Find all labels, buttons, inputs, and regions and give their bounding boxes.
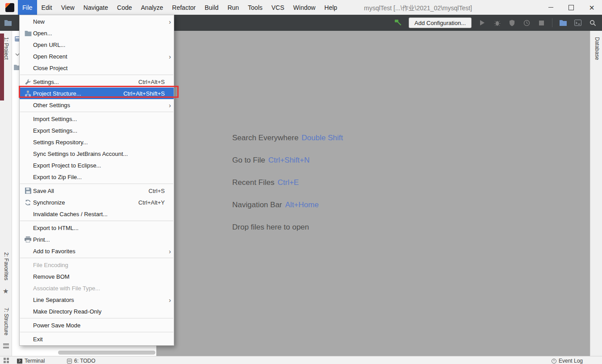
menu-window[interactable]: Window (289, 0, 320, 15)
right-tool-stripe: Database (590, 31, 602, 356)
menu-item-label: Synchronize (33, 199, 65, 206)
menu-item-line-separators[interactable]: Line Separators (20, 294, 174, 305)
editor-empty-area: Search EverywhereDouble Shift Go to File… (156, 31, 590, 356)
menu-item-label: Print... (33, 236, 50, 243)
menu-separator (20, 332, 173, 332)
hint-label: Search Everywhere (232, 134, 298, 142)
add-configuration-button[interactable]: Add Configuration... (409, 17, 472, 28)
close-button[interactable] (581, 0, 602, 15)
menu-vcs[interactable]: VCS (267, 0, 289, 15)
minimize-button[interactable] (540, 0, 561, 15)
menu-item-sync-settings-jetbrains[interactable]: Sync Settings to JetBrains Account... (20, 148, 174, 159)
menu-item-new[interactable]: New (20, 16, 174, 27)
blank-icon (23, 224, 33, 231)
structure-icon (3, 343, 9, 348)
menu-item-other-settings[interactable]: Other Settings (20, 99, 174, 111)
debug-icon[interactable] (493, 19, 501, 27)
coverage-shield-icon[interactable] (508, 19, 516, 27)
menu-item-label: Settings... (33, 79, 59, 85)
menu-item-export-html[interactable]: Export to HTML... (20, 222, 174, 234)
menu-item-remove-bom[interactable]: Remove BOM (20, 271, 174, 282)
menu-item-close-project[interactable]: Close Project (20, 62, 174, 74)
toolwindow-tab-project[interactable]: 1: Project (3, 37, 9, 60)
submenu-arrow-icon (166, 18, 171, 25)
menu-item-import-settings[interactable]: Import Settings... (20, 113, 174, 125)
menu-item-make-directory-read-only[interactable]: Make Directory Read-Only (20, 305, 174, 317)
menu-item-power-save-mode[interactable]: Power Save Mode (20, 319, 174, 331)
menu-item-open-recent[interactable]: Open Recent (20, 50, 174, 62)
menu-separator (20, 184, 173, 184)
menu-separator (20, 258, 173, 258)
event-log-icon (552, 359, 556, 364)
menu-item-export-settings[interactable]: Export Settings... (20, 125, 174, 136)
toolbar-left-group (4, 19, 12, 27)
menu-item-project-structure[interactable]: Project Structure... Ctrl+Alt+Shift+S (20, 88, 174, 99)
menu-separator (20, 318, 173, 318)
toolwindow-tab-database[interactable]: Database (594, 37, 600, 60)
search-icon[interactable] (589, 19, 597, 27)
toolbar-divider (552, 18, 552, 27)
hint-shortcut: Alt+Home (285, 201, 319, 209)
submenu-arrow-icon (166, 102, 171, 109)
menu-item-settings[interactable]: Settings... Ctrl+Alt+S (20, 76, 174, 88)
hint-go-to-file: Go to FileCtrl+Shift+N (232, 156, 343, 165)
toolwindow-tab-favorites[interactable]: 2: Favorites (3, 252, 9, 280)
menu-refactor[interactable]: Refactor (167, 0, 200, 15)
menu-tools[interactable]: Tools (243, 0, 267, 15)
hint-shortcut: Ctrl+E (277, 178, 299, 187)
statusbar-event-log[interactable]: Event Log (552, 358, 583, 364)
run-icon[interactable] (478, 19, 486, 27)
menu-item-label: Export Project to Eclipse... (33, 162, 101, 169)
hammer-icon[interactable] (394, 19, 402, 27)
menu-analyze[interactable]: Analyze (137, 0, 168, 15)
menu-item-save-all[interactable]: Save All Ctrl+S (20, 185, 174, 197)
horizontal-scrollbar-thumb[interactable] (58, 351, 155, 355)
menu-item-add-to-favorites[interactable]: Add to Favorites (20, 245, 174, 257)
open-project-icon[interactable] (559, 19, 567, 27)
menu-item-print[interactable]: Print... (20, 234, 174, 245)
menu-item-label: Open Recent (33, 53, 67, 60)
menu-item-shortcut: Ctrl+Alt+Y (138, 199, 166, 206)
stop-icon[interactable] (537, 19, 545, 27)
menu-item-open[interactable]: Open... (20, 27, 174, 39)
menu-item-invalidate-caches[interactable]: Invalidate Caches / Restart... (20, 208, 174, 220)
project-structure-icon (23, 90, 33, 97)
menu-item-export-zip[interactable]: Export to Zip File... (20, 171, 174, 183)
menu-item-label: Open URL... (33, 42, 65, 48)
hint-recent-files: Recent FilesCtrl+E (232, 178, 343, 187)
blank-icon (23, 18, 33, 25)
menu-item-exit[interactable]: Exit (20, 333, 174, 345)
menu-item-open-url[interactable]: Open URL... (20, 39, 174, 50)
file-menu-dropdown: New Open... Open URL... Open Recent (19, 15, 174, 346)
blank-icon (23, 285, 33, 292)
menu-item-shortcut: Ctrl+Alt+Shift+S (123, 90, 166, 97)
statusbar-todo[interactable]: 6: TODO (67, 358, 96, 364)
menu-run[interactable]: Run (223, 0, 243, 15)
menu-build[interactable]: Build (200, 0, 223, 15)
menu-help[interactable]: Help (320, 0, 342, 15)
menu-navigate[interactable]: Navigate (79, 0, 113, 15)
menu-edit[interactable]: Edit (37, 0, 57, 15)
terminal-window-icon[interactable] (574, 19, 582, 27)
titlebar: File Edit View Navigate Code Analyze Ref… (0, 0, 602, 15)
terminal-label: Terminal (25, 358, 45, 364)
event-log-label: Event Log (559, 358, 583, 364)
menu-item-file-encoding: File Encoding (20, 259, 174, 271)
open-folder-icon (23, 29, 33, 37)
menu-file[interactable]: File (18, 0, 37, 15)
menu-item-label: Remove BOM (33, 273, 70, 280)
terminal-icon (17, 359, 22, 364)
maximize-button[interactable] (561, 0, 581, 15)
hint-label: Drop files here to open (232, 223, 309, 231)
menu-item-synchronize[interactable]: Synchronize Ctrl+Alt+Y (20, 197, 174, 208)
menu-item-export-project-eclipse[interactable]: Export Project to Eclipse... (20, 159, 174, 171)
statusbar-terminal[interactable]: Terminal (17, 358, 45, 364)
menu-item-settings-repository[interactable]: Settings Repository... (20, 136, 174, 148)
toolwindow-switcher-icon[interactable] (4, 358, 9, 363)
blank-icon (23, 261, 33, 268)
profiler-clock-icon[interactable] (523, 19, 531, 27)
toolwindow-tab-structure[interactable]: 7: Structure (3, 308, 9, 335)
blank-icon (23, 115, 33, 122)
menu-view[interactable]: View (57, 0, 79, 15)
menu-code[interactable]: Code (113, 0, 136, 15)
